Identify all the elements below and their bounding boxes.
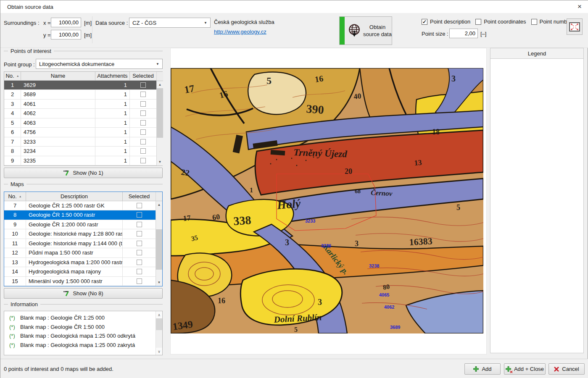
display-option[interactable]: Point number bbox=[531, 18, 572, 25]
table-row[interactable]: 8Geologie ČR 1:50 000 rastr bbox=[4, 210, 156, 220]
row-checkbox[interactable] bbox=[137, 212, 142, 218]
row-checkbox[interactable] bbox=[140, 158, 146, 163]
row-selected-cell bbox=[130, 109, 156, 118]
map-point-label: 4065 bbox=[379, 292, 389, 297]
display-option[interactable]: ✓Point description bbox=[422, 18, 470, 25]
row-attachments: 1 bbox=[95, 90, 130, 99]
table-row[interactable]: 832341 bbox=[4, 147, 156, 156]
info-bullet: (*) bbox=[9, 315, 20, 321]
data-source-select[interactable]: CZ - ČGS ▼ bbox=[129, 18, 211, 28]
table-row[interactable]: 540631 bbox=[4, 118, 156, 128]
table-row[interactable]: 440621 bbox=[4, 109, 156, 118]
row-checkbox[interactable] bbox=[140, 139, 146, 144]
row-selected-cell bbox=[130, 118, 156, 128]
table-row[interactable]: 11Geologie: historické mapy 1:144 000 (t… bbox=[4, 239, 156, 249]
row-checkbox[interactable] bbox=[140, 120, 146, 126]
legend-header: Legend bbox=[490, 48, 584, 59]
scroll-down-icon[interactable]: ▼ bbox=[156, 279, 162, 286]
map-point-label: 3233 bbox=[305, 218, 315, 223]
checkbox[interactable]: ✓ bbox=[422, 19, 427, 25]
table-row[interactable]: 236891 bbox=[4, 90, 156, 100]
close-icon[interactable]: × bbox=[575, 2, 584, 11]
row-number: 9 bbox=[4, 220, 26, 229]
row-description: Geologie ČR 1:50 000 rastr bbox=[26, 210, 123, 220]
points-scrollbar[interactable]: ▲ ▼ bbox=[156, 72, 163, 165]
row-checkbox[interactable] bbox=[140, 129, 146, 135]
row-checkbox[interactable] bbox=[140, 92, 146, 97]
column-header-name[interactable]: Name bbox=[21, 72, 95, 80]
scroll-down-icon[interactable]: ∨ bbox=[156, 348, 162, 355]
row-checkbox[interactable] bbox=[137, 269, 142, 274]
column-header-no[interactable]: No. ▲ bbox=[4, 192, 26, 201]
point-group-select[interactable]: Litogeochemická dokumentace ▼ bbox=[36, 59, 163, 69]
row-checkbox[interactable] bbox=[137, 260, 142, 265]
list-item[interactable]: (*)Blank map : Geologie ČR 1:25 000 bbox=[4, 313, 156, 323]
column-header-selected[interactable]: Selected bbox=[130, 72, 156, 80]
point-size-input[interactable] bbox=[449, 29, 478, 38]
scroll-down-icon[interactable]: ▼ bbox=[157, 158, 163, 165]
row-checkbox[interactable] bbox=[140, 82, 146, 88]
table-row[interactable]: 340611 bbox=[4, 100, 156, 109]
zoom-extents-icon bbox=[569, 22, 580, 32]
row-selected-cell bbox=[123, 277, 156, 286]
provider-link[interactable]: http://www.geology.cz bbox=[214, 29, 266, 35]
checkbox[interactable] bbox=[475, 19, 481, 25]
scrollbar-thumb[interactable] bbox=[156, 229, 162, 270]
table-row[interactable]: 9Geologie ČR 1:200 000 rastr bbox=[4, 220, 156, 230]
row-checkbox[interactable] bbox=[140, 101, 146, 107]
row-checkbox[interactable] bbox=[140, 148, 146, 154]
row-selected-cell bbox=[130, 100, 156, 109]
row-checkbox[interactable] bbox=[137, 250, 142, 255]
table-row[interactable]: 732331 bbox=[4, 137, 156, 147]
list-item[interactable]: (*)Blank map : Geologická mapa 1:25 000 … bbox=[4, 331, 156, 341]
show-map-button[interactable]: Show (No 8) bbox=[4, 288, 163, 299]
table-row[interactable]: 10Geologie: historické mapy 1:28 800 ras… bbox=[4, 229, 156, 239]
scrollbar-thumb[interactable] bbox=[156, 318, 162, 330]
obtain-source-data-button[interactable]: Obtain source data bbox=[339, 16, 392, 45]
row-checkbox[interactable] bbox=[137, 222, 142, 227]
add-close-button[interactable]: Add + Close bbox=[504, 363, 546, 375]
table-row[interactable]: 13Hydrogeologická mapa 1:200 000 rastr bbox=[4, 258, 156, 268]
row-checkbox[interactable] bbox=[137, 241, 142, 246]
row-selected-cell bbox=[123, 220, 156, 229]
map-number-label: 16 bbox=[218, 297, 225, 305]
show-icon bbox=[63, 290, 69, 297]
scroll-up-icon[interactable]: ▲ bbox=[156, 201, 162, 208]
column-header-description[interactable]: Description bbox=[26, 192, 123, 201]
list-item[interactable]: (*)Blank map : Geologie ČR 1:50 000 bbox=[4, 323, 156, 332]
cancel-button[interactable]: Cancel bbox=[548, 363, 585, 375]
column-header-selected[interactable]: Selected bbox=[123, 192, 156, 201]
column-header-attachments[interactable]: Attachments bbox=[95, 72, 130, 80]
table-row[interactable]: 15Minerální vody 1:500 000 rastr bbox=[4, 277, 156, 286]
table-row[interactable]: 647561 bbox=[4, 128, 156, 137]
table-row[interactable]: 12Půdní mapa 1:50 000 rastr bbox=[4, 248, 156, 258]
display-option[interactable]: Point coordinates bbox=[475, 18, 526, 25]
row-checkbox[interactable] bbox=[140, 110, 146, 116]
zoom-extents-button[interactable] bbox=[567, 18, 583, 35]
point-size-label: Point size : bbox=[422, 31, 448, 37]
info-bullet: (*) bbox=[9, 333, 20, 339]
maps-table-rows: 7Geologie ČR 1:25 000 rastr GK8Geologie … bbox=[4, 201, 156, 286]
show-point-button[interactable]: Show (No 1) bbox=[4, 168, 163, 178]
scroll-up-icon[interactable]: ▲ bbox=[157, 81, 163, 88]
checkbox[interactable] bbox=[531, 19, 537, 25]
table-row[interactable]: 14Hydrogeologická mapa rajony bbox=[4, 267, 156, 277]
add-button[interactable]: Add bbox=[464, 363, 501, 375]
list-item[interactable]: (*)Blank map : Geologická mapa 1:25 000 … bbox=[4, 341, 156, 350]
cancel-x-icon bbox=[554, 367, 559, 372]
table-row[interactable]: 7Geologie ČR 1:25 000 rastr GK bbox=[4, 201, 156, 211]
column-header-no[interactable]: No. ▲ bbox=[4, 72, 21, 80]
row-checkbox[interactable] bbox=[137, 231, 142, 236]
row-checkbox[interactable] bbox=[137, 278, 142, 284]
table-row[interactable]: 932351 bbox=[4, 156, 156, 166]
y-input[interactable] bbox=[51, 30, 81, 39]
scroll-up-icon[interactable]: ∧ bbox=[156, 311, 162, 318]
row-checkbox[interactable] bbox=[137, 203, 142, 208]
maps-scrollbar[interactable]: ▲ ▼ bbox=[156, 192, 162, 286]
scrollbar-thumb[interactable] bbox=[157, 88, 163, 138]
map-viewport[interactable]: 1716516339040181322206815176033835331638… bbox=[170, 48, 487, 354]
info-text: Blank map : Geologická mapa 1:25 000 odk… bbox=[20, 333, 135, 339]
x-input[interactable] bbox=[51, 18, 81, 27]
table-row[interactable]: 136291 bbox=[4, 81, 156, 90]
information-scrollbar[interactable]: ∧ ∨ bbox=[156, 311, 162, 355]
